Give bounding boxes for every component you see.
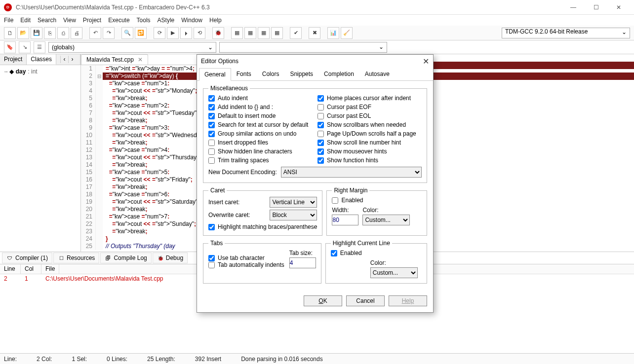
- profile-icon[interactable]: 📊: [327, 27, 339, 39]
- dlg-tab-general[interactable]: General: [199, 68, 231, 81]
- clean-icon[interactable]: 🧹: [341, 27, 353, 39]
- compile-run-icon[interactable]: ⏵: [180, 27, 192, 39]
- tab-classes[interactable]: Classes: [27, 54, 56, 65]
- misc-checkbox[interactable]: Auto indent: [208, 95, 313, 102]
- tab-project[interactable]: Project: [0, 54, 27, 65]
- bottom-tab-compile-log[interactable]: 🗐Compile Log: [100, 253, 151, 263]
- misc-checkbox[interactable]: Default to insert mode: [208, 112, 313, 119]
- dlg-tab-autosave[interactable]: Autosave: [359, 68, 395, 80]
- menu-view[interactable]: View: [63, 17, 76, 24]
- misc-checkbox[interactable]: Show mouseover hints: [317, 148, 422, 155]
- hcl-enabled-checkbox[interactable]: Enabled: [331, 250, 422, 256]
- misc-checkbox[interactable]: Show scroll line number hint: [317, 139, 422, 146]
- overwrite-caret-label: Overwrite caret:: [208, 212, 266, 218]
- bottom-tab-debug[interactable]: 🐞Debug: [153, 253, 188, 263]
- undo-icon[interactable]: ↶: [89, 27, 101, 39]
- tab-right-arrow-icon[interactable]: ›: [68, 56, 76, 63]
- list-icon[interactable]: ☰: [34, 41, 45, 53]
- menu-project[interactable]: Project: [83, 17, 101, 24]
- width-input[interactable]: [332, 215, 358, 225]
- open-file-icon[interactable]: 📂: [17, 27, 29, 39]
- menu-tools[interactable]: Tools: [137, 17, 151, 24]
- misc-checkbox[interactable]: Cursor past EOL: [317, 112, 422, 119]
- minimize-button[interactable]: —: [562, 0, 585, 15]
- menu-execute[interactable]: Execute: [108, 17, 129, 24]
- grid2-icon[interactable]: ▦: [244, 27, 256, 39]
- misc-checkbox[interactable]: Insert dropped files: [208, 139, 313, 146]
- tab-size-input[interactable]: [289, 257, 316, 268]
- goto-icon[interactable]: ↘: [19, 41, 31, 53]
- compile-icon[interactable]: ⟳: [154, 27, 165, 39]
- save-all-icon[interactable]: ⎘: [44, 27, 56, 39]
- misc-checkbox[interactable]: Show hidden line characters: [208, 148, 313, 155]
- menu-help[interactable]: Help: [209, 17, 222, 24]
- check-icon[interactable]: ✔: [290, 27, 302, 39]
- shield-icon: 🛡: [6, 255, 13, 261]
- misc-checkbox[interactable]: Cursor past EOF: [317, 104, 422, 110]
- dialog-close-icon[interactable]: ✕: [423, 57, 429, 66]
- stop-icon[interactable]: ✖: [309, 27, 320, 39]
- col-file[interactable]: File: [41, 264, 59, 274]
- editor-tab-close-icon[interactable]: ✕: [138, 56, 143, 63]
- encoding-select[interactable]: ANSI: [281, 167, 422, 178]
- dlg-tab-fonts[interactable]: Fonts: [231, 68, 257, 80]
- menu-edit[interactable]: Edit: [20, 17, 31, 24]
- overwrite-caret-select[interactable]: Block: [270, 210, 317, 220]
- save-as-icon[interactable]: ⎙: [57, 27, 69, 39]
- help-button[interactable]: Help: [389, 295, 427, 306]
- misc-checkbox[interactable]: Home places cursor after indent: [317, 95, 422, 102]
- rebuild-icon[interactable]: ⟲: [194, 27, 205, 39]
- misc-checkbox[interactable]: Show function hints: [317, 157, 422, 164]
- col-line[interactable]: Line: [0, 264, 21, 274]
- rm-color-label: Color:: [362, 207, 410, 214]
- maximize-button[interactable]: ☐: [585, 0, 607, 15]
- compiler-select[interactable]: TDM-GCC 9.2.0 64-bit Release: [502, 28, 630, 38]
- menu-file[interactable]: File: [4, 17, 13, 24]
- new-file-icon[interactable]: 🗋: [4, 27, 16, 39]
- bottom-tab-resources[interactable]: ☐Resources: [53, 253, 99, 263]
- class-tree[interactable]: ····· ◆ day : int: [0, 65, 80, 78]
- misc-checkbox[interactable]: Page Up/Down scrolls half a page: [317, 130, 422, 137]
- encoding-label: New Document Encoding:: [208, 169, 277, 176]
- misc-checkbox[interactable]: Search for text at cursor by default: [208, 121, 313, 128]
- close-button[interactable]: ✕: [607, 0, 630, 15]
- insert-caret-select[interactable]: Vertical Line: [270, 197, 317, 208]
- grid4-icon[interactable]: ▦: [271, 27, 283, 39]
- debug-icon[interactable]: 🐞: [212, 27, 224, 39]
- rm-color-select[interactable]: Custom...: [362, 215, 410, 225]
- replace-icon[interactable]: 🔁: [135, 27, 147, 39]
- menu-search[interactable]: Search: [38, 17, 56, 24]
- globals-dropdown[interactable]: (globals): [48, 42, 216, 53]
- misc-checkbox[interactable]: Group similar actions on undo: [208, 130, 313, 137]
- menubar: File Edit Search View Project Execute To…: [0, 15, 634, 26]
- misc-checkbox[interactable]: Trim trailing spaces: [208, 157, 313, 164]
- right-margin-enabled-checkbox[interactable]: Enabled: [332, 197, 422, 204]
- run-icon[interactable]: ▶: [167, 27, 179, 39]
- grid3-icon[interactable]: ▦: [258, 27, 270, 39]
- dlg-tab-completion[interactable]: Completion: [318, 68, 359, 80]
- bookmark-icon[interactable]: 🔖: [4, 41, 16, 53]
- cancel-button[interactable]: Cancel: [346, 295, 385, 306]
- use-tab-checkbox[interactable]: Use tab character: [208, 255, 284, 261]
- menu-astyle[interactable]: AStyle: [158, 17, 175, 24]
- ok-button[interactable]: OK: [304, 295, 342, 306]
- function-dropdown[interactable]: [219, 42, 387, 53]
- tab-auto-indent-checkbox[interactable]: Tab automatically indents: [208, 261, 284, 268]
- editor-tab[interactable]: Malavida Test.cpp ✕: [81, 54, 148, 65]
- menu-window[interactable]: Window: [181, 17, 202, 24]
- misc-checkbox[interactable]: Show scrollbars when needed: [317, 121, 422, 128]
- bottom-tab-compiler[interactable]: 🛡Compiler (1): [2, 253, 52, 263]
- hcl-color-select[interactable]: Custom...: [370, 267, 418, 278]
- save-icon[interactable]: 💾: [31, 27, 42, 39]
- highlight-braces-checkbox[interactable]: Highlight matching braces/parenthese: [208, 223, 317, 230]
- dlg-tab-colors[interactable]: Colors: [257, 68, 285, 80]
- redo-icon[interactable]: ↷: [103, 27, 115, 39]
- find-icon[interactable]: 🔍: [121, 27, 133, 39]
- grid1-icon[interactable]: ▦: [231, 27, 243, 39]
- tab-left-arrow-icon[interactable]: ‹: [60, 56, 68, 63]
- col-col[interactable]: Col: [21, 264, 41, 274]
- print-icon[interactable]: 🖨: [71, 27, 82, 39]
- status-sel: 1 Sel:: [72, 356, 87, 363]
- misc-checkbox[interactable]: Add indent to {} and :: [208, 104, 313, 110]
- dlg-tab-snippets[interactable]: Snippets: [284, 68, 318, 80]
